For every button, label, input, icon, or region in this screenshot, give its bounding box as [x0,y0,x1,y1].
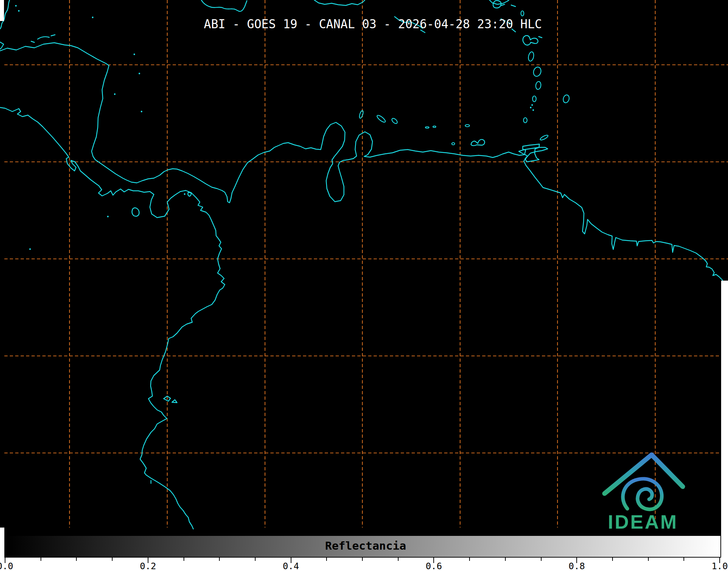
coastline-path [31,41,34,42]
islet-dot [141,111,142,112]
coastline-path [38,37,49,39]
coastline-path [132,208,139,216]
coastline-path [471,139,485,146]
islet-dot [107,216,109,217]
islet-dot [530,107,531,108]
island-outline [425,127,429,128]
colorbar-minor-tick [469,558,470,561]
island-outline [391,117,398,124]
coastline-path [511,5,516,7]
colorbar-minor-tick [112,558,113,561]
colorbar-tick-label: 0.2 [140,561,156,571]
island-outline [465,125,470,127]
coastline-path [314,0,365,5]
island-outline [533,96,536,102]
island-outline [523,118,527,123]
ideam-logo-text: IDEAM [608,511,678,532]
island-outline [359,110,364,118]
colorbar-tick-label: 0.8 [569,561,585,571]
island-outline [521,11,524,16]
islet-dot [533,109,534,111]
coastline-path [0,42,4,49]
page-title: ABI - GOES 19 - CANAL 03 - 2026-04-28 23… [204,17,542,31]
colorbar-minor-tick [648,558,649,561]
islet-dot [134,54,135,55]
islet-dot [29,248,31,250]
coastline-path [172,400,177,403]
islet-dot [531,104,533,106]
coastline-path [201,0,247,11]
ideam-logo-mark [605,455,683,509]
colorbar-minor-tick [76,558,77,561]
colorbar-label: Reflectancia [325,539,406,552]
colorbar-tick-label: 0.4 [283,561,299,571]
coastline-path [539,37,542,38]
colorbar-minor-tick [398,558,399,561]
colorbar-minor-tick [326,558,327,561]
colorbar-minor-tick [184,558,184,561]
figure-margin-bottom [0,558,728,571]
islet-dot [139,73,140,74]
island-outline [540,134,549,141]
coastline-path [51,35,55,36]
colorbar-minor-tick [219,558,220,561]
ideam-logo: IDEAM [597,448,710,532]
island-outline [433,126,436,127]
colorbar-minor-tick [683,558,684,561]
island-outline [452,143,455,145]
island-outline [562,94,570,103]
island-outline [532,66,542,77]
islet-dot [18,10,20,12]
colorbar-minor-tick [41,558,41,561]
colorbar-tick-label: 0.6 [426,561,442,571]
islet-dot [15,5,17,7]
colorbar-minor-tick [612,558,613,561]
coastline-path [501,4,505,5]
nodata-region-right [721,281,728,558]
colorbar-minor-tick [362,558,363,561]
colorbar-minor-tick [541,558,542,561]
colorbar-tick-label: 1.0 [711,561,728,571]
coastline-path [0,107,225,529]
colorbar-minor-tick [255,558,256,561]
satellite-image-viewer: ABI - GOES 19 - CANAL 03 - 2026-04-28 23… [0,0,728,571]
island-outline [376,114,386,123]
islet-dot [184,193,185,195]
colorbar-minor-tick [505,558,506,561]
island-outline [527,51,534,62]
coastline-path [523,35,538,45]
figure-margin-top-left [0,0,4,21]
islet-dot [92,17,93,18]
colorbar-tick-label: 0.0 [0,561,13,571]
island-outline [535,81,542,90]
coastline-path [188,192,191,196]
islet-dot [114,93,115,95]
